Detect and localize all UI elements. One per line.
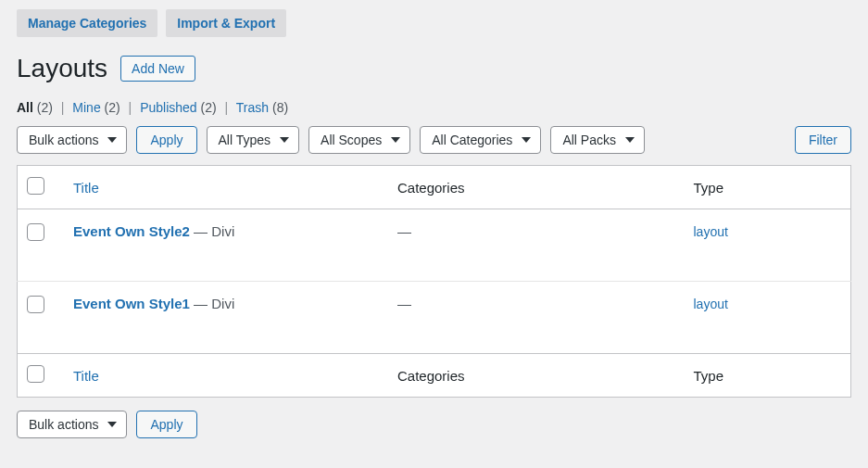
table-row: Event Own Style1 — Divi — layout bbox=[18, 282, 851, 354]
add-new-button[interactable]: Add New bbox=[120, 56, 195, 82]
row-type-link[interactable]: layout bbox=[694, 297, 728, 311]
col-categories-bottom: Categories bbox=[388, 354, 685, 398]
filter-button[interactable]: Filter bbox=[795, 126, 851, 154]
view-trash[interactable]: Trash bbox=[236, 100, 269, 115]
row-categories: — bbox=[397, 296, 411, 311]
view-trash-count: (8) bbox=[272, 100, 288, 115]
col-type: Type bbox=[685, 166, 851, 209]
apply-button[interactable]: Apply bbox=[136, 126, 196, 154]
bulk-actions-bottom-select[interactable]: Bulk actions bbox=[17, 411, 127, 438]
row-suffix: — Divi bbox=[190, 296, 234, 311]
view-all[interactable]: All bbox=[17, 100, 33, 115]
top-tabs: Manage Categories Import & Export bbox=[17, 9, 851, 37]
packs-select[interactable]: All Packs bbox=[550, 126, 645, 154]
select-all-bottom-checkbox[interactable] bbox=[27, 365, 44, 383]
col-categories: Categories bbox=[388, 166, 685, 209]
view-published-count: (2) bbox=[201, 100, 217, 115]
select-all-checkbox[interactable] bbox=[27, 177, 44, 195]
apply-bottom-button[interactable]: Apply bbox=[136, 411, 196, 438]
categories-select[interactable]: All Categories bbox=[420, 126, 541, 154]
tab-import-export[interactable]: Import & Export bbox=[166, 9, 286, 37]
table-row: Event Own Style2 — Divi — layout bbox=[18, 209, 851, 282]
row-title-link[interactable]: Event Own Style1 bbox=[73, 296, 190, 311]
row-title-link[interactable]: Event Own Style2 bbox=[73, 223, 190, 239]
layouts-table: Title Categories Type Event Own Style2 —… bbox=[17, 165, 851, 398]
col-title-bottom[interactable]: Title bbox=[64, 354, 388, 398]
page-title: Layouts bbox=[17, 54, 107, 83]
row-categories: — bbox=[397, 223, 411, 239]
view-filters: All (2) | Mine (2) | Published (2) | Tra… bbox=[17, 100, 851, 115]
view-mine-count: (2) bbox=[105, 100, 120, 115]
types-select[interactable]: All Types bbox=[207, 126, 300, 154]
bulk-actions-select[interactable]: Bulk actions bbox=[17, 126, 127, 154]
row-checkbox[interactable] bbox=[27, 296, 44, 313]
scopes-select[interactable]: All Scopes bbox=[308, 126, 410, 154]
view-mine[interactable]: Mine bbox=[72, 100, 100, 115]
view-all-count: (2) bbox=[37, 100, 53, 115]
col-title[interactable]: Title bbox=[64, 166, 388, 209]
row-type-link[interactable]: layout bbox=[694, 224, 728, 239]
row-checkbox[interactable] bbox=[27, 223, 44, 241]
row-suffix: — Divi bbox=[190, 223, 234, 239]
tab-manage-categories[interactable]: Manage Categories bbox=[17, 9, 157, 37]
col-type-bottom: Type bbox=[685, 354, 851, 398]
view-published[interactable]: Published bbox=[140, 100, 197, 115]
